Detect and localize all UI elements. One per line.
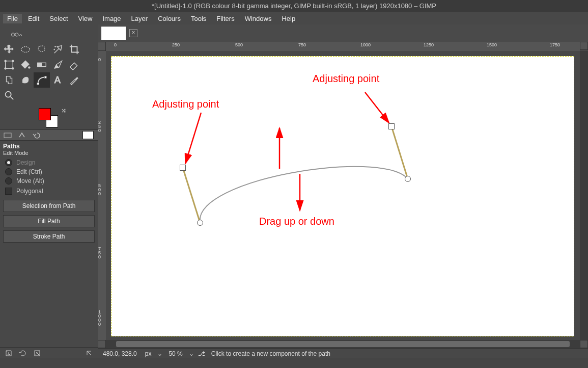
- menu-image[interactable]: Image: [98, 14, 125, 23]
- status-unit[interactable]: px: [143, 350, 154, 357]
- stroke-path-button[interactable]: Stroke Path: [3, 230, 95, 243]
- eraser-icon[interactable]: [66, 57, 82, 72]
- paths-cursor-icon: ⎇: [198, 350, 205, 357]
- menu-bar: File Edit Select View Image Layer Colour…: [0, 12, 588, 24]
- svg-point-1: [15, 33, 18, 36]
- bucket-icon[interactable]: [17, 57, 34, 72]
- device-status-tab-icon[interactable]: [16, 130, 27, 140]
- horizontal-ruler[interactable]: 0 250 500 750 1000 1250 1500 1750: [106, 42, 580, 51]
- hruler-500: 500: [235, 42, 243, 47]
- save-options-icon[interactable]: [4, 349, 13, 358]
- smudge-icon[interactable]: [17, 72, 34, 88]
- path-handle-1[interactable]: [180, 165, 186, 171]
- status-bar: 480.0, 328.0 px⌄ 50 %⌄ ⎇ Click to create…: [98, 348, 588, 358]
- ellipse-select-icon[interactable]: [17, 42, 34, 57]
- path-handle-2[interactable]: [388, 123, 395, 129]
- svg-point-4: [54, 49, 55, 50]
- zoom-chevron-icon[interactable]: ⌄: [189, 350, 194, 357]
- menu-select[interactable]: Select: [45, 14, 72, 23]
- hruler-1500: 1500: [487, 42, 497, 47]
- svg-line-22: [365, 92, 389, 123]
- hruler-0: 0: [114, 42, 117, 47]
- free-select-icon[interactable]: [34, 42, 50, 57]
- vruler-0: 0: [98, 57, 105, 62]
- svg-rect-17: [4, 133, 11, 138]
- move-tool-icon[interactable]: [1, 42, 17, 57]
- unit-chevron-icon[interactable]: ⌄: [157, 350, 162, 357]
- svg-point-6: [5, 60, 7, 62]
- horizontal-scrollbar[interactable]: [106, 340, 580, 348]
- mode-edit[interactable]: Edit (Ctrl): [0, 167, 98, 176]
- quickmask-toggle-icon[interactable]: [98, 340, 106, 348]
- canvas[interactable]: Adjusting point Adjusting point Drag up …: [111, 56, 574, 336]
- menu-layer[interactable]: Layer: [127, 14, 152, 23]
- menu-colours[interactable]: Colours: [154, 14, 185, 23]
- menu-filters[interactable]: Filters: [212, 14, 238, 23]
- image-tab-bar: ×: [98, 24, 588, 42]
- tool-options-tabs: [0, 129, 98, 141]
- close-tab-icon[interactable]: ×: [129, 29, 137, 37]
- menu-windows[interactable]: Windows: [241, 14, 276, 23]
- clone-icon[interactable]: [1, 72, 17, 88]
- polygonal-check[interactable]: Polygonal: [0, 186, 98, 199]
- document-tab[interactable]: [101, 26, 126, 40]
- toolbox: A: [0, 24, 98, 106]
- svg-line-21: [185, 113, 201, 164]
- navigation-icon[interactable]: [580, 340, 588, 348]
- svg-point-9: [12, 68, 14, 70]
- paths-tool-icon[interactable]: [34, 72, 50, 88]
- mode-move[interactable]: Move (Alt): [0, 176, 98, 186]
- menu-tools[interactable]: Tools: [187, 14, 210, 23]
- hruler-1750: 1750: [550, 42, 560, 47]
- quickmask-corner[interactable]: [580, 42, 588, 50]
- fg-color-swatch[interactable]: [39, 108, 51, 120]
- active-image-thumb[interactable]: [82, 131, 94, 139]
- vertical-scrollbar[interactable]: [580, 51, 588, 340]
- svg-rect-13: [37, 83, 39, 85]
- selection-from-path-button[interactable]: Selection from Path: [3, 200, 95, 212]
- hruler-1250: 1250: [424, 42, 434, 47]
- delete-options-icon[interactable]: [33, 349, 42, 358]
- swap-colors-icon[interactable]: ⤭: [61, 107, 66, 114]
- undo-history-tab-icon[interactable]: [31, 130, 42, 140]
- fuzzy-select-icon[interactable]: [50, 42, 66, 57]
- color-picker-icon[interactable]: [66, 72, 82, 88]
- svg-rect-12: [38, 63, 42, 66]
- mode-design[interactable]: Design: [0, 158, 98, 167]
- svg-point-8: [5, 68, 7, 70]
- svg-point-0: [11, 33, 14, 36]
- menu-help[interactable]: Help: [277, 14, 299, 23]
- canvas-viewport[interactable]: Adjusting point Adjusting point Drag up …: [106, 51, 580, 340]
- window-title: *[Untitled]-1.0 (RGB colour 8-bit gamma …: [0, 0, 588, 12]
- path-anchor-2[interactable]: [405, 176, 411, 182]
- menu-file[interactable]: File: [3, 14, 22, 23]
- vertical-ruler[interactable]: 0 250 500 750 1000: [98, 51, 106, 340]
- status-zoom[interactable]: 50 %: [166, 350, 184, 357]
- menu-edit[interactable]: Edit: [24, 14, 43, 23]
- svg-point-7: [12, 60, 14, 62]
- mode-move-label: Move (Alt): [16, 177, 44, 185]
- status-hint: Click to create a new component of the p…: [209, 350, 332, 357]
- menu-view[interactable]: View: [74, 14, 97, 23]
- transform-icon[interactable]: [1, 57, 17, 72]
- hruler-250: 250: [172, 42, 180, 47]
- ruler-origin[interactable]: [98, 42, 106, 51]
- crop-icon[interactable]: [66, 42, 82, 57]
- svg-point-3: [55, 46, 56, 47]
- reset-options-icon[interactable]: [85, 349, 94, 358]
- color-swatches: ⤭: [0, 106, 98, 129]
- polygonal-label: Polygonal: [16, 188, 43, 195]
- mode-edit-label: Edit (Ctrl): [16, 168, 42, 175]
- tool-options-tab-icon[interactable]: [2, 130, 13, 140]
- restore-options-icon[interactable]: [18, 349, 27, 358]
- anno-drag: Drag up or down: [259, 216, 334, 227]
- gradient-icon[interactable]: [34, 57, 50, 72]
- svg-text:A: A: [54, 74, 61, 85]
- zoom-tool-icon[interactable]: [1, 88, 17, 103]
- status-coords: 480.0, 328.0: [101, 350, 139, 357]
- mode-design-label: Design: [16, 159, 35, 166]
- path-anchor-1[interactable]: [197, 220, 203, 226]
- text-tool-icon[interactable]: A: [50, 72, 66, 88]
- brush-icon[interactable]: [50, 57, 66, 72]
- fill-path-button[interactable]: Fill Path: [3, 215, 95, 227]
